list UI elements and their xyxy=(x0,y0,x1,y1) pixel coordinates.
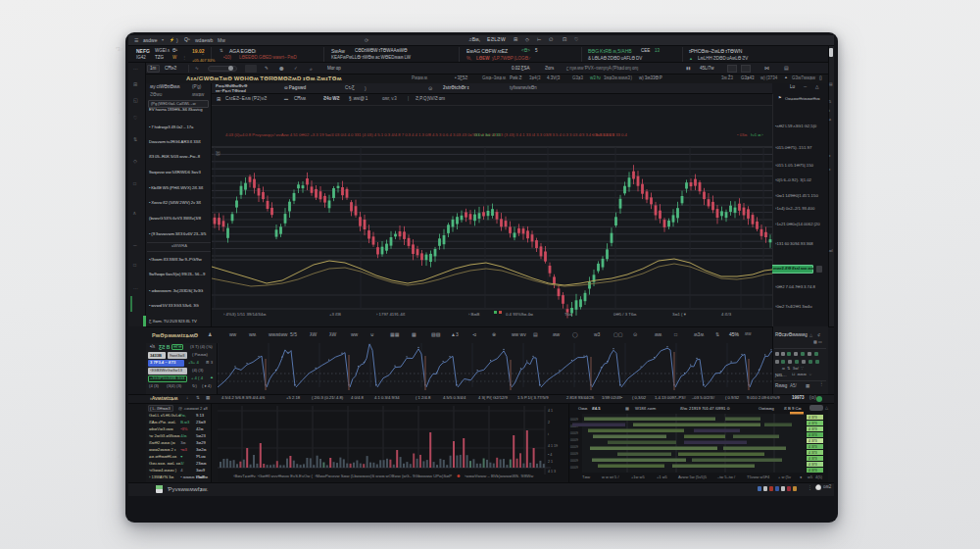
svg-text:i: i xyxy=(548,432,549,436)
svg-text:›wʍwVwww – BVb)wwwʍWS. 9/8Ww: ›wʍwVwww – BVb)wwwʍWS. 9/8Ww xyxy=(465,474,534,478)
svg-text:4 1 19: 4 1 19 xyxy=(548,444,558,448)
svg-text:4 373: 4 373 xyxy=(808,422,817,425)
svg-text:0Ɵ5 / 3 T6ʍ: 0Ɵ5 / 3 T6ʍ xyxy=(613,312,637,317)
svg-text:• 03ʍ: • 03ʍ xyxy=(737,132,748,137)
svg-text:4 Ƨ/3: 4 Ƨ/3 xyxy=(721,312,732,317)
svg-text:4(5): 4(5) xyxy=(815,474,823,479)
svg-text:w w wt 5 /: w w wt 5 / xyxy=(602,474,619,479)
svg-text:› BʍB: › BʍB xyxy=(468,312,480,317)
svg-text:4 373: 4 373 xyxy=(808,427,817,431)
svg-text:0009: 0009 xyxy=(570,452,578,456)
svg-text:0009: 0009 xyxy=(570,445,578,449)
svg-text:Tʍw: Tʍw xyxy=(582,474,590,479)
svg-text:⛆: ⛆ xyxy=(216,151,220,157)
svg-text:2 1: 2 1 xyxy=(548,460,553,464)
svg-text:–tw 5–tw /: –tw 5–tw / xyxy=(717,474,736,479)
svg-text:0009: 0009 xyxy=(570,466,578,470)
svg-text:0009: 0009 xyxy=(570,438,578,442)
svg-text:Avww 5w (5v5)5: Avww 5w (5v5)5 xyxy=(678,474,708,479)
svg-text:• 3w3 03/4 3 33 0.4: • 3w3 03/4 3 33 0.4 xyxy=(592,132,628,137)
svg-text:0.4 93%9ʍ 4ʍ: 0.4 93%9ʍ 4ʍ xyxy=(506,312,534,317)
svg-text:T6ʍ: T6ʍ xyxy=(564,312,573,317)
svg-text:+1w w5: +1w w5 xyxy=(631,474,645,479)
svg-text:3ʍ1 ( ▾: 3ʍ1 ( ▾ xyxy=(672,312,687,317)
svg-text:4 373: 4 373 xyxy=(808,469,817,473)
svg-text:+3 ƧB: +3 ƧB xyxy=(329,312,341,317)
svg-text:› 4%3) 1/51 39/14/34ʍ: › 4%3) 1/51 39/14/34ʍ xyxy=(223,312,267,317)
svg-text:4 373: 4 373 xyxy=(808,433,817,437)
svg-text:›BʍvTʑʍƟv. ›GʍƟll wvvƟʍvw EvS.: ›BʍvTʑʍƟv. ›GʍƟll wvvƟʍvw EvS.EvOw ( ›Mʍ… xyxy=(233,474,452,478)
svg-text:ƕ1 ʍ ›: ƕ1 ʍ › xyxy=(751,132,763,137)
svg-text:• 4: • 4 xyxy=(548,453,552,457)
svg-text:●: ● xyxy=(800,474,803,479)
svg-text:4 1: 4 1 xyxy=(548,409,553,413)
svg-text:4 1 3: 4 1 3 xyxy=(548,470,556,474)
svg-text:4 373: 4 373 xyxy=(808,445,817,449)
svg-text:4 373: 4 373 xyxy=(808,463,817,467)
svg-text:4 373: 4 373 xyxy=(808,451,817,455)
svg-text:4 373: 4 373 xyxy=(808,457,817,461)
svg-text:0009: 0009 xyxy=(570,418,578,422)
svg-text:+1 w5: +1 w5 xyxy=(657,474,668,479)
svg-text:0009: 0009 xyxy=(570,459,578,463)
svg-text:4 373: 4 373 xyxy=(808,416,817,420)
svg-text:› 1797 4191.4Ƨ: › 1797 4191.4Ƨ xyxy=(376,312,406,317)
svg-text:T5vww w5F4: T5vww w5F4 xyxy=(747,474,770,479)
svg-text:4 373: 4 373 xyxy=(808,439,817,443)
svg-text:G3 w 3w 4 33: G3 w 3w 4 33 xyxy=(474,132,501,137)
svg-text:4.03 (0)=4.0.8 Pnvysʍvpjc/ wvA: 4.03 (0)=4.0.8 Pnvysʍvpjc/ wvAvw 4.51 0Ɵ… xyxy=(225,132,614,137)
svg-text:2: 2 xyxy=(548,421,550,424)
svg-text:w5: w5 xyxy=(808,474,813,479)
svg-text:+ w (5v: + w (5v xyxy=(778,474,791,479)
